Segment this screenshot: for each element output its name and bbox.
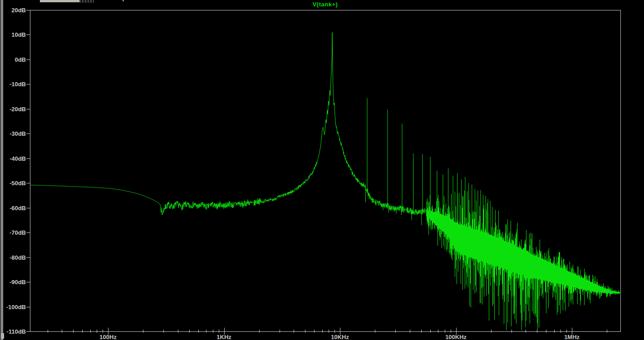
x-major-ticks xyxy=(108,328,572,335)
y-axis-label: -70dB xyxy=(10,229,26,236)
x-minor-ticks xyxy=(48,330,607,333)
trace-label[interactable]: V(tank+) xyxy=(30,1,620,8)
x-axis-label: 10KHz xyxy=(331,334,349,340)
x-axis-label: 100Hz xyxy=(99,334,117,340)
y-axis-label: 10dB xyxy=(11,31,26,38)
ltspice-waveform-window: V(tank+) 20dB10dB0dB-10dB-20dB-30dB-40dB… xyxy=(0,0,644,340)
y-axis-label: 20dB xyxy=(11,7,26,14)
y-axis-label: -90dB xyxy=(10,279,26,286)
y-axis-label: -50dB xyxy=(10,180,26,187)
x-axis-label: 1KHz xyxy=(216,334,231,340)
y-axis-label: -110dB xyxy=(6,328,26,335)
y-axis-label: -60dB xyxy=(10,205,26,212)
fft-noise-band xyxy=(427,191,621,330)
y-axis-label: -30dB xyxy=(10,130,26,137)
window-left-border xyxy=(0,0,3,340)
y-axis-label: -80dB xyxy=(10,254,26,261)
y-axis-label: -20dB xyxy=(10,106,26,113)
x-axis-label: 1MHz xyxy=(564,334,580,340)
fft-trace-path xyxy=(30,32,426,215)
window-border-notch xyxy=(1,333,4,339)
y-axis-ticks xyxy=(26,10,30,332)
fft-plot-canvas[interactable]: 20dB10dB0dB-10dB-20dB-30dB-40dB-50dB-60d… xyxy=(0,0,644,340)
y-axis-label: 0dB xyxy=(15,56,26,63)
y-axis-label: -40dB xyxy=(10,155,26,162)
y-axis-label: -100dB xyxy=(6,304,26,310)
y-axis-label: -10dB xyxy=(10,81,26,88)
x-axis-label: 100KHz xyxy=(445,334,467,340)
